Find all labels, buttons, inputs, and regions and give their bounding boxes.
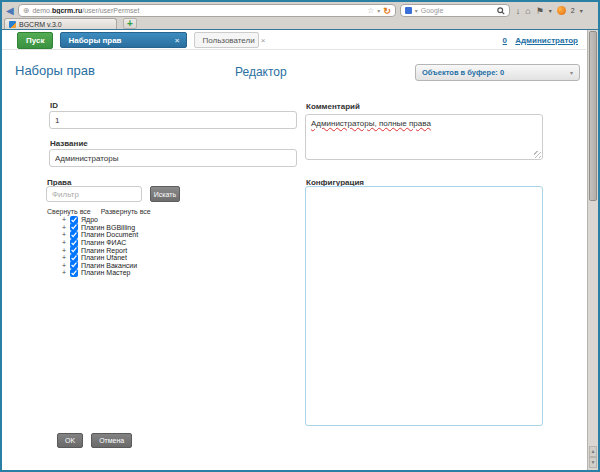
user-count-link[interactable]: 0 [503,36,507,45]
start-button[interactable]: Пуск [17,32,53,49]
tree-row[interactable]: + Ядро [49,216,138,224]
page-content: Пуск Наборы прав × Пользователи × 0 Адми… [2,29,598,470]
tree-links: Свернуть все Развернуть все [47,208,159,215]
app-tab-label: Наборы прав [68,36,121,45]
tree-row[interactable]: + Плагин Document [49,231,138,239]
comment-text: Администраторы, полные права [311,119,431,128]
expand-all-link[interactable]: Развернуть все [101,208,151,215]
toolbar-dropdown-icon[interactable]: ▾ [549,6,552,16]
search-rights-button[interactable]: Искать [150,186,180,202]
url-dropdown-icon[interactable]: ▾ [377,7,380,14]
scroll-down-icon[interactable]: ▼ [589,457,597,468]
tree-row[interactable]: + Плагин ФИАС [49,239,138,247]
url-bar[interactable]: ⊕ demo.bgcrm.ru/user/userPermset ☆ ▾ ↻ [18,4,396,17]
expander-plus-icon[interactable]: + [62,216,67,223]
config-textarea[interactable] [305,186,543,426]
home-icon[interactable]: ⌂ [525,6,530,16]
name-input[interactable] [49,149,297,167]
scrollbar-arrows: ▲ ▼ [588,446,598,468]
app-tab-users[interactable]: Пользователи × [194,32,259,48]
new-tab-button[interactable]: + [123,18,137,29]
scroll-up-icon[interactable]: ▲ [589,446,597,457]
tree-node-label: Плагин BGBilling [81,224,135,231]
collapse-all-link[interactable]: Свернуть все [47,208,91,215]
search-placeholder: Google [421,7,494,14]
name-label: Название [50,139,88,148]
scrollbar-thumb[interactable] [589,31,597,201]
url-domain: bgcrm.ru [52,7,82,14]
comment-label: Комментарий [306,102,360,111]
expander-plus-icon[interactable]: + [62,247,67,254]
downloads-icon[interactable]: ↓ [516,6,521,16]
tab-close-icon[interactable]: × [261,36,266,45]
comment-textarea[interactable]: Администраторы, полные права [305,114,543,160]
search-engine-icon [405,7,412,14]
expander-plus-icon[interactable]: + [62,231,67,238]
bookmark-star-icon[interactable]: ☆ [367,6,374,15]
form-actions: OK Отмена [57,433,132,448]
chevron-down-icon: ▾ [570,69,573,76]
firefox-menu-badge: 2 [571,7,575,14]
resize-grip[interactable] [534,151,541,158]
tree-row[interactable]: + Плагин BGBilling [49,224,138,232]
expander-plus-icon[interactable]: + [62,254,67,261]
app-tab-label: Пользователи [202,36,254,45]
user-area: 0 Администратор [497,36,578,45]
tree-row[interactable]: + Плагин Ufanet [49,254,138,262]
expander-plus-icon[interactable]: + [62,224,67,231]
bookmarks-icon[interactable]: ⚑ [536,6,544,16]
tree-node-label: Плагин Мастер [81,269,131,276]
tree-row[interactable]: + Плагин Вакансии [49,262,138,270]
app-tab-permsets[interactable]: Наборы прав × [60,32,187,48]
vertical-scrollbar[interactable]: ▲ ▼ [587,30,598,470]
filter-input[interactable] [46,186,142,202]
toolbar-icons: ↓ ⌂ ⚑ ▾ 2 ▾ [516,6,583,16]
reload-icon[interactable]: ↻ [383,6,391,16]
browser-window: ◀ ⊕ demo.bgcrm.ru/user/userPermset ☆ ▾ ↻… [0,0,600,472]
tree-node-label: Ядро [81,216,98,223]
tree-node-label: Плагин Report [81,247,127,254]
tree-node-label: Плагин Вакансии [81,262,137,269]
id-input[interactable] [49,111,297,129]
tree-row[interactable]: + Плагин Мастер [49,269,138,277]
search-engine-dropdown-icon[interactable]: ▾ [415,7,418,14]
browser-tabstrip: BGCRM v.3.0 + [2,18,598,29]
expander-plus-icon[interactable]: + [62,269,67,276]
expander-plus-icon[interactable]: + [62,262,67,269]
buffer-select-value: Объектов в буфере: 0 [422,68,570,77]
tree-node-label: Плагин ФИАС [81,239,126,246]
editor-title: Редактор [235,65,287,79]
ok-button[interactable]: OK [57,433,83,448]
buffer-select[interactable]: Объектов в буфере: 0 ▾ [415,64,580,81]
back-button[interactable]: ◀ [6,6,14,16]
url-prefix: demo. [32,7,51,14]
search-go-icon[interactable] [497,7,505,15]
bgcrm-favicon [9,21,16,28]
id-label: ID [50,101,58,110]
page-title: Наборы прав [15,63,95,78]
site-identity-icon: ⊕ [23,6,30,15]
browser-tab-title: BGCRM v.3.0 [19,21,62,28]
tree-row[interactable]: + Плагин Report [49,246,138,254]
url-path: /user/userPermset [82,7,139,14]
tab-close-icon[interactable]: × [175,36,180,45]
firefox-menu-dropdown-icon[interactable]: ▾ [580,6,583,16]
app-tabbar: Пуск Наборы прав × Пользователи × 0 Адми… [2,31,586,50]
user-link[interactable]: Администратор [515,36,578,45]
search-bar[interactable]: ▾ Google [400,4,510,17]
firefox-menu-icon[interactable] [557,6,566,15]
cancel-button[interactable]: Отмена [91,433,132,448]
tree-node-label: Плагин Document [81,231,138,238]
tree-checkbox[interactable] [70,269,78,277]
browser-toolbar: ◀ ⊕ demo.bgcrm.ru/user/userPermset ☆ ▾ ↻… [2,2,598,18]
url-text[interactable]: demo.bgcrm.ru/user/userPermset [32,7,364,14]
browser-tab[interactable]: BGCRM v.3.0 [4,18,117,29]
tree-node-label: Плагин Ufanet [81,254,127,261]
expander-plus-icon[interactable]: + [62,239,67,246]
rights-tree: + Ядро + Плагин BGBilling + Плагин Docum… [49,216,138,277]
